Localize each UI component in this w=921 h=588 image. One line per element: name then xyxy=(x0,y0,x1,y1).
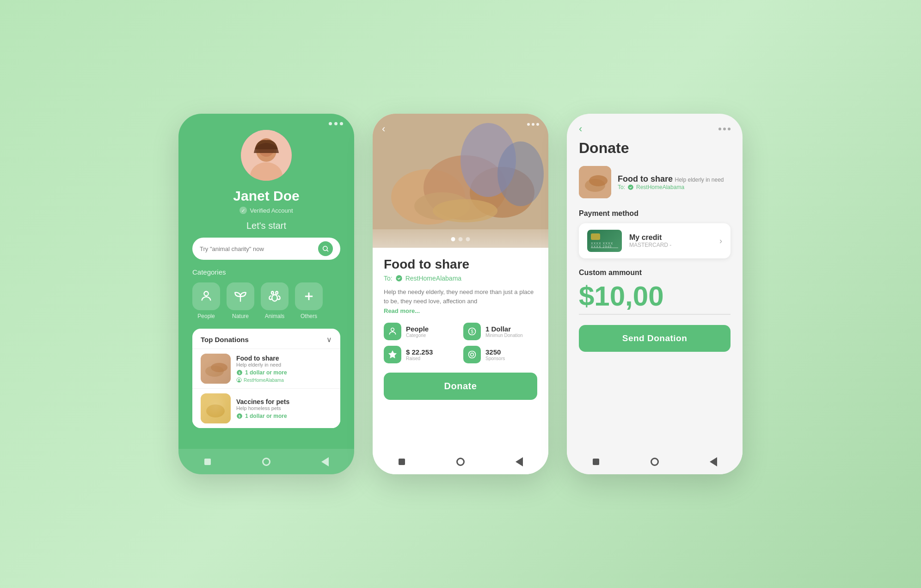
phone2-menu-dots xyxy=(527,123,539,126)
card-chip xyxy=(591,233,600,240)
stat-sponsors-label: Sponsors xyxy=(485,356,505,361)
carousel-dot-2[interactable] xyxy=(459,237,463,241)
charity-to-name-small: RestHomeAlabama xyxy=(636,184,684,190)
phone2-bottom-nav xyxy=(373,449,548,474)
donation-subtitle-pets: Help homeless pets xyxy=(236,405,332,411)
people-icon-box xyxy=(192,282,220,310)
phone3-topbar: ‹ xyxy=(567,114,743,140)
stat-star-icon xyxy=(388,350,397,359)
phone3-nav-square[interactable] xyxy=(591,457,601,467)
nav-home2-icon[interactable] xyxy=(261,457,271,467)
to-icon-food xyxy=(236,377,242,383)
chevron-down-icon[interactable]: ∨ xyxy=(326,335,332,344)
category-nature[interactable]: Nature xyxy=(227,282,254,319)
charity-thumb-small xyxy=(579,166,611,198)
phone2-nav-back[interactable] xyxy=(514,457,524,467)
phone3-body: Donate Food to share Help elderly in nee… xyxy=(567,140,743,352)
donation-to-food: RestHomeAlabama xyxy=(236,377,332,383)
phone3-bottom-nav xyxy=(567,449,743,474)
phone2-image-wrapper: ‹ xyxy=(373,114,548,248)
stats-grid: People Categorie $ 1 Dollar Minimun Do xyxy=(384,323,537,363)
phone3-nav-circle[interactable] xyxy=(650,457,660,467)
avatar-image xyxy=(241,130,292,181)
back-button[interactable]: ‹ xyxy=(382,123,385,135)
nature-icon-box xyxy=(227,282,254,310)
carousel-dot-1[interactable] xyxy=(451,237,455,241)
verified-icon: ✓ xyxy=(239,207,247,214)
donation-item-food[interactable]: Food to share Help elderly in need $ 1 d… xyxy=(192,349,340,388)
donation-info-food: Food to share Help elderly in need $ 1 d… xyxy=(236,355,332,383)
nav-back-icon[interactable] xyxy=(320,457,330,467)
dollar-circle-icon: $ xyxy=(236,369,243,376)
stat-donation-value: 1 Dollar xyxy=(485,325,523,333)
charity-hero-image xyxy=(373,114,548,248)
charity-summary-card: Food to share Help elderly in need To: R… xyxy=(579,166,731,198)
stat-min-donation: $ 1 Dollar Minimun Donation xyxy=(463,323,537,340)
category-people[interactable]: People xyxy=(192,282,220,319)
stat-raised-label: Raised xyxy=(406,356,433,361)
to-label: To: xyxy=(384,275,393,282)
phone2-body: Food to share To: RestHomeAlabama Help t… xyxy=(373,248,548,409)
people-icon xyxy=(200,290,213,303)
svg-text:$: $ xyxy=(471,329,473,334)
svg-point-37 xyxy=(471,353,474,356)
svg-point-32 xyxy=(391,328,394,331)
pet-image xyxy=(201,393,231,423)
phone3-dot3 xyxy=(728,128,731,130)
category-animals[interactable]: Animals xyxy=(261,282,289,319)
payment-method-card[interactable]: XXXX XXXX XXXX 2945 My credit MASTERCARD… xyxy=(579,223,731,258)
category-others[interactable]: Others xyxy=(295,282,323,319)
stat-donation-info: 1 Dollar Minimun Donation xyxy=(485,325,523,338)
donate-button[interactable]: Donate xyxy=(384,373,537,400)
payment-type: MASTERCARD - xyxy=(629,242,712,248)
custom-amount-label: Custom ammount xyxy=(579,269,731,277)
charity-name-small: Food to share xyxy=(618,174,673,184)
animals-icon-box xyxy=(261,282,289,310)
send-donation-button[interactable]: Send Donation xyxy=(579,325,731,352)
back-button-green[interactable]: ‹ xyxy=(579,123,582,135)
top-donations-section: Top Donations ∨ xyxy=(192,329,340,428)
categories-label: Categories xyxy=(192,268,340,276)
card-number: XXXX XXXX XXXX 2945 xyxy=(591,242,622,248)
verified-label: Verified Account xyxy=(250,207,293,214)
read-more-link[interactable]: Read more... xyxy=(384,307,537,314)
svg-point-7 xyxy=(272,295,277,301)
nav-home-icon[interactable] xyxy=(203,457,213,467)
stat-sponsors-value: 3250 xyxy=(485,348,505,356)
charity-title: Food to share xyxy=(384,257,537,272)
verified-circle-icon xyxy=(395,275,403,282)
svg-point-6 xyxy=(204,292,208,296)
donation-item-pets[interactable]: Vaccines for pets Help homeless pets $ 1… xyxy=(192,388,340,428)
donation-amount-food-text: 1 dollar or more xyxy=(245,369,287,376)
charity-info-small: Food to share Help elderly in need To: R… xyxy=(618,174,731,190)
amount-underline xyxy=(579,314,731,315)
menu-dot2 xyxy=(532,123,534,126)
charity-to-line: To: RestHomeAlabama xyxy=(384,275,537,282)
phone2-nav-square[interactable] xyxy=(397,457,407,467)
category-others-label: Others xyxy=(301,313,317,319)
search-input[interactable] xyxy=(200,245,318,252)
svg-line-5 xyxy=(327,250,328,251)
nav-triangle xyxy=(321,457,329,466)
categories-row: People Nature xyxy=(192,282,340,319)
credit-card-visual: XXXX XXXX XXXX 2945 xyxy=(587,230,622,252)
carousel-dot-3[interactable] xyxy=(466,237,470,241)
phone3-dot2 xyxy=(723,128,726,130)
top-donations-label: Top Donations xyxy=(201,336,249,343)
search-bar[interactable] xyxy=(192,238,340,260)
amount-display: $10,00 xyxy=(579,282,731,310)
donation-title-food: Food to share xyxy=(236,355,332,362)
stat-sponsors-info: 3250 Sponsors xyxy=(485,348,505,361)
charity-to-small: To: RestHomeAlabama xyxy=(618,184,731,190)
verified-badge: ✓ Verified Account xyxy=(239,207,293,214)
phone3-nav-back[interactable] xyxy=(708,457,718,467)
stat-star-icon-box xyxy=(384,346,401,363)
search-button[interactable] xyxy=(318,241,333,256)
others-icon xyxy=(302,290,315,303)
dot2 xyxy=(334,122,338,125)
stat-raised-value: $ 22.253 xyxy=(406,348,433,356)
menu-dot1 xyxy=(527,123,530,126)
stat-category: People Categorie xyxy=(384,323,458,340)
category-people-label: People xyxy=(197,313,215,319)
phone2-nav-circle[interactable] xyxy=(455,457,466,467)
